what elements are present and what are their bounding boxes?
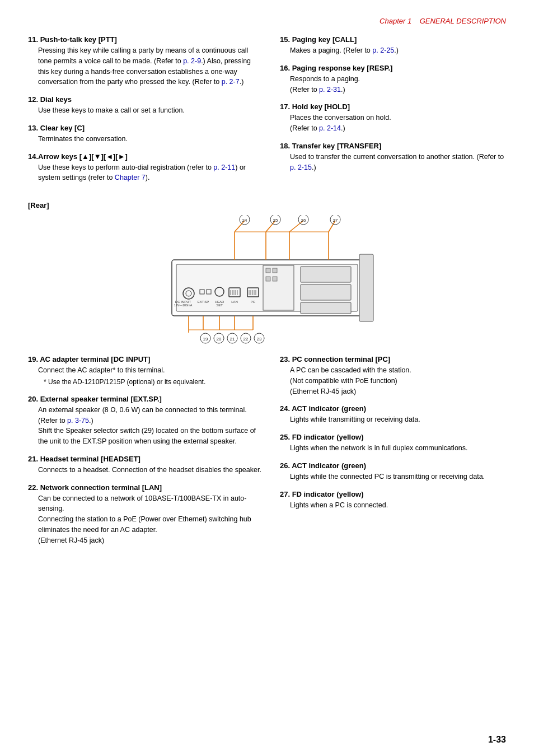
link-3-75[interactable]: p. 3-75 [67,417,89,424]
svg-rect-26 [301,267,351,282]
section-16: 16. Paging response key [RESP.] Responds… [280,64,506,95]
section-24-title: 24. ACT indicator (green) [280,404,506,413]
rear-label: [Rear] [28,201,506,209]
section-11: 11. Push-to-talk key [PTT] Pressing this… [28,35,263,87]
section-25-title: 25. FD indicator (yellow) [280,433,506,441]
link-2-9[interactable]: p. 2-9 [183,57,201,65]
section-26-body: Lights while the connected PC is transmi… [280,472,506,482]
link-chapter-7[interactable]: Chapter 7 [115,174,146,181]
svg-rect-32 [266,277,270,281]
section-18-body: Used to transfer the current conversatio… [280,152,506,173]
svg-text:PC: PC [251,300,256,304]
left-column: 11. Push-to-talk key [PTT] Pressing this… [28,35,263,191]
section-21: 21. Headset terminal [HEADSET] Connects … [28,455,263,475]
section-18: 18. Transfer key [TRANSFER] Used to tran… [280,142,506,173]
section-19-footnote: * Use the AD-1210P/1215P (optional) or i… [28,377,263,387]
section-15-title: 15. Paging key [CALL] [280,35,506,44]
page-number: 1-33 [488,735,506,745]
section-20: 20. External speaker terminal [EXT.SP.] … [28,395,263,447]
link-2-25[interactable]: p. 2-25 [372,46,394,54]
link-2-15[interactable]: p. 2-15 [290,164,312,171]
section-14: 14.Arrow keys [▲][▼][◄][►] Use these key… [28,152,263,184]
svg-text:19: 19 [203,337,208,342]
section-12-title: 12. Dial keys [28,95,263,104]
diagram-area: DC INPUT 12V—100mA EXT.SP HEAD SET LAN P… [28,215,506,344]
section-16-body: Responds to a paging. (Refer to p. 2-31.… [280,74,506,95]
section-24: 24. ACT indicator (green) Lights while t… [280,404,506,425]
top-content: 11. Push-to-talk key [PTT] Pressing this… [28,35,506,191]
section-27: 27. FD indicator (yellow) Lights when a … [280,490,506,511]
section-11-title: 11. Push-to-talk key [PTT] [28,35,263,44]
section-22-title: 22. Network connection terminal [LAN] [28,483,263,492]
svg-text:22: 22 [243,337,249,342]
section-23-title: 23. PC connection terminal [PC] [280,355,506,363]
svg-text:20: 20 [217,337,222,342]
link-2-31[interactable]: p. 2-31 [319,86,341,94]
section-13: 13. Clear key [C] Terminates the convers… [28,124,263,144]
svg-rect-28 [301,302,351,314]
link-2-14[interactable]: p. 2-14 [319,124,341,132]
svg-text:25: 25 [273,218,278,223]
section-24-body: Lights while transmitting or receiving d… [280,414,506,425]
section-18-title: 18. Transfer key [TRANSFER] [280,142,506,150]
section-21-title: 21. Headset terminal [HEADSET] [28,455,263,463]
svg-rect-30 [266,268,270,273]
rear-diagram: DC INPUT 12V—100mA EXT.SP HEAD SET LAN P… [127,215,407,344]
link-2-7[interactable]: p. 2-7 [222,78,240,86]
section-22-body: Can be connected to a network of 10BASE-… [28,493,263,546]
link-2-11[interactable]: p. 2-11 [213,164,235,171]
section-17-title: 17. Hold key [HOLD] [280,102,506,111]
svg-text:EXT.SP: EXT.SP [198,300,209,304]
section-26: 26. ACT indicator (green) Lights while t… [280,461,506,482]
section-23: 23. PC connection terminal [PC] A PC can… [280,355,506,396]
section-17: 17. Hold key [HOLD] Places the conversat… [280,102,506,134]
section-15-body: Makes a paging. (Refer to p. 2-25.) [280,45,506,56]
svg-rect-27 [301,284,351,300]
section-26-title: 26. ACT indicator (green) [280,461,506,470]
section-13-title: 13. Clear key [C] [28,124,263,132]
section-19-body: Connect the AC adapter* to this terminal… [28,365,263,376]
section-19-title: 19. AC adapter terminal [DC INPUT] [28,355,263,363]
section-22: 22. Network connection terminal [LAN] Ca… [28,483,263,546]
svg-text:26: 26 [301,218,306,223]
section-12: 12. Dial keys Use these keys to make a c… [28,95,263,116]
section-title: GENERAL DESCRIPTION [420,17,506,25]
section-13-body: Terminates the conversation. [28,134,263,144]
section-11-body: Pressing this key while calling a party … [28,45,263,87]
section-27-body: Lights when a PC is connected. [280,500,506,511]
section-12-body: Use these keys to make a call or set a f… [28,105,263,116]
section-21-body: Connects to a headset. Connection of the… [28,465,263,475]
svg-text:27: 27 [333,218,338,223]
chapter-number: 1 [407,17,411,25]
section-16-title: 16. Paging response key [RESP.] [280,64,506,72]
svg-text:21: 21 [230,337,235,342]
section-15: 15. Paging key [CALL] Makes a paging. (R… [280,35,506,56]
chapter-label: Chapter [380,17,405,25]
svg-text:23: 23 [257,337,262,342]
section-25: 25. FD indicator (yellow) Lights when th… [280,433,506,454]
page: Chapter 1 GENERAL DESCRIPTION 11. Push-t… [0,0,534,756]
svg-text:LAN: LAN [231,300,238,304]
section-25-body: Lights when the network is in full duple… [280,443,506,454]
section-20-title: 20. External speaker terminal [EXT.SP.] [28,395,263,403]
svg-rect-31 [273,268,277,273]
bottom-left-column: 19. AC adapter terminal [DC INPUT] Conne… [28,355,263,553]
svg-rect-33 [273,277,277,281]
bottom-content: 19. AC adapter terminal [DC INPUT] Conne… [28,355,506,553]
section-20-body: An external speaker (8 Ω, 0.6 W) can be … [28,405,263,447]
svg-text:SET: SET [216,304,223,307]
svg-text:24: 24 [242,218,247,223]
section-27-title: 27. FD indicator (yellow) [280,490,506,498]
section-14-body: Use these keys to perform auto-dial regi… [28,162,263,184]
page-header: Chapter 1 GENERAL DESCRIPTION [28,17,506,25]
section-23-body: A PC can be cascaded with the station. (… [280,365,506,396]
section-17-body: Places the conversation on hold. (Refer … [280,113,506,134]
svg-rect-34 [359,254,373,321]
svg-text:12V—100mA: 12V—100mA [174,304,193,307]
right-column: 15. Paging key [CALL] Makes a paging. (R… [280,35,506,191]
bottom-right-column: 23. PC connection terminal [PC] A PC can… [280,355,506,553]
section-19: 19. AC adapter terminal [DC INPUT] Conne… [28,355,263,387]
section-14-title: 14.Arrow keys [▲][▼][◄][►] [28,152,263,161]
